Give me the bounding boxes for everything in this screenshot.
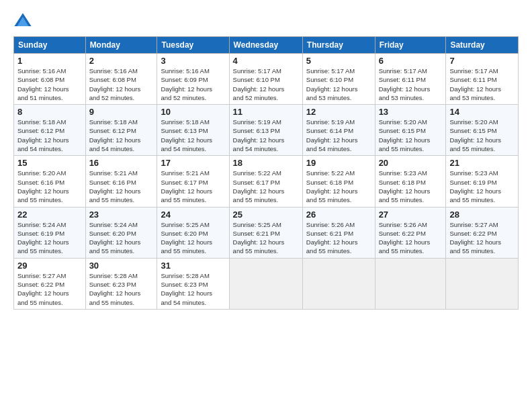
calendar-cell: 22Sunrise: 5:24 AM Sunset: 6:19 PM Dayli… [14, 207, 86, 258]
calendar-cell: 12Sunrise: 5:19 AM Sunset: 6:14 PM Dayli… [302, 105, 375, 156]
logo [13, 12, 34, 31]
day-number: 19 [306, 158, 371, 168]
logo-icon [13, 12, 32, 31]
calendar-cell: 11Sunrise: 5:19 AM Sunset: 6:13 PM Dayli… [229, 105, 302, 156]
calendar-cell: 8Sunrise: 5:18 AM Sunset: 6:12 PM Daylig… [14, 105, 86, 156]
calendar-cell: 29Sunrise: 5:27 AM Sunset: 6:22 PM Dayli… [14, 258, 86, 309]
calendar-cell [229, 258, 302, 309]
day-info: Sunrise: 5:17 AM Sunset: 6:11 PM Dayligh… [449, 66, 515, 102]
calendar-cell: 21Sunrise: 5:23 AM Sunset: 6:19 PM Dayli… [446, 156, 519, 207]
day-number: 16 [89, 158, 154, 168]
day-number: 12 [306, 107, 371, 117]
calendar-cell: 4Sunrise: 5:17 AM Sunset: 6:10 PM Daylig… [229, 54, 302, 105]
day-info: Sunrise: 5:19 AM Sunset: 6:14 PM Dayligh… [306, 118, 371, 153]
calendar-week-2: 8Sunrise: 5:18 AM Sunset: 6:12 PM Daylig… [14, 105, 519, 156]
calendar-header-sunday: Sunday [14, 37, 86, 54]
day-info: Sunrise: 5:17 AM Sunset: 6:11 PM Dayligh… [379, 66, 443, 102]
day-number: 20 [379, 158, 443, 168]
calendar-cell: 25Sunrise: 5:25 AM Sunset: 6:21 PM Dayli… [229, 207, 302, 258]
day-info: Sunrise: 5:20 AM Sunset: 6:15 PM Dayligh… [379, 118, 443, 153]
day-info: Sunrise: 5:27 AM Sunset: 6:22 PM Dayligh… [17, 271, 82, 307]
day-number: 2 [89, 56, 154, 66]
calendar-header-wednesday: Wednesday [229, 37, 302, 54]
day-info: Sunrise: 5:25 AM Sunset: 6:21 PM Dayligh… [233, 220, 299, 256]
calendar-header-thursday: Thursday [302, 37, 375, 54]
day-number: 25 [233, 210, 299, 220]
day-info: Sunrise: 5:28 AM Sunset: 6:23 PM Dayligh… [89, 271, 154, 307]
day-number: 29 [17, 261, 82, 271]
calendar-header-friday: Friday [375, 37, 446, 54]
calendar-cell: 1Sunrise: 5:16 AM Sunset: 6:08 PM Daylig… [14, 54, 86, 105]
calendar-table: SundayMondayTuesdayWednesdayThursdayFrid… [13, 36, 519, 310]
calendar-week-3: 15Sunrise: 5:20 AM Sunset: 6:16 PM Dayli… [14, 156, 519, 207]
day-info: Sunrise: 5:22 AM Sunset: 6:18 PM Dayligh… [306, 169, 371, 204]
day-number: 8 [17, 107, 82, 117]
day-number: 10 [161, 107, 225, 117]
calendar-week-5: 29Sunrise: 5:27 AM Sunset: 6:22 PM Dayli… [14, 258, 519, 309]
calendar-header-tuesday: Tuesday [157, 37, 229, 54]
calendar-cell: 31Sunrise: 5:28 AM Sunset: 6:23 PM Dayli… [157, 258, 229, 309]
day-info: Sunrise: 5:17 AM Sunset: 6:10 PM Dayligh… [233, 66, 299, 102]
day-info: Sunrise: 5:16 AM Sunset: 6:08 PM Dayligh… [17, 66, 82, 102]
day-info: Sunrise: 5:27 AM Sunset: 6:22 PM Dayligh… [449, 220, 515, 256]
day-info: Sunrise: 5:26 AM Sunset: 6:21 PM Dayligh… [306, 220, 371, 256]
calendar-cell: 28Sunrise: 5:27 AM Sunset: 6:22 PM Dayli… [446, 207, 519, 258]
day-number: 17 [161, 158, 225, 168]
calendar-header-saturday: Saturday [446, 37, 519, 54]
calendar-cell: 3Sunrise: 5:16 AM Sunset: 6:09 PM Daylig… [157, 54, 229, 105]
calendar-cell: 24Sunrise: 5:25 AM Sunset: 6:20 PM Dayli… [157, 207, 229, 258]
day-info: Sunrise: 5:16 AM Sunset: 6:09 PM Dayligh… [161, 66, 225, 102]
day-info: Sunrise: 5:20 AM Sunset: 6:15 PM Dayligh… [449, 118, 515, 153]
calendar-header-row: SundayMondayTuesdayWednesdayThursdayFrid… [14, 37, 519, 54]
calendar-cell: 9Sunrise: 5:18 AM Sunset: 6:12 PM Daylig… [85, 105, 157, 156]
day-info: Sunrise: 5:28 AM Sunset: 6:23 PM Dayligh… [161, 271, 225, 307]
day-number: 18 [233, 158, 299, 168]
day-number: 13 [379, 107, 443, 117]
calendar-cell: 30Sunrise: 5:28 AM Sunset: 6:23 PM Dayli… [85, 258, 157, 309]
day-number: 9 [89, 107, 154, 117]
day-number: 27 [379, 210, 443, 220]
day-info: Sunrise: 5:17 AM Sunset: 6:10 PM Dayligh… [306, 66, 371, 102]
day-number: 22 [17, 210, 82, 220]
day-info: Sunrise: 5:25 AM Sunset: 6:20 PM Dayligh… [161, 220, 225, 256]
day-info: Sunrise: 5:21 AM Sunset: 6:17 PM Dayligh… [161, 169, 225, 204]
calendar-cell: 20Sunrise: 5:23 AM Sunset: 6:18 PM Dayli… [375, 156, 446, 207]
day-info: Sunrise: 5:24 AM Sunset: 6:20 PM Dayligh… [89, 220, 154, 256]
day-info: Sunrise: 5:18 AM Sunset: 6:13 PM Dayligh… [161, 118, 225, 153]
calendar-cell: 16Sunrise: 5:21 AM Sunset: 6:16 PM Dayli… [85, 156, 157, 207]
day-info: Sunrise: 5:19 AM Sunset: 6:13 PM Dayligh… [233, 118, 299, 153]
day-number: 30 [89, 261, 154, 271]
day-number: 23 [89, 210, 154, 220]
calendar-week-1: 1Sunrise: 5:16 AM Sunset: 6:08 PM Daylig… [14, 54, 519, 105]
calendar-cell: 26Sunrise: 5:26 AM Sunset: 6:21 PM Dayli… [302, 207, 375, 258]
day-number: 31 [161, 261, 225, 271]
day-number: 21 [449, 158, 515, 168]
calendar-week-4: 22Sunrise: 5:24 AM Sunset: 6:19 PM Dayli… [14, 207, 519, 258]
calendar-cell [446, 258, 519, 309]
day-number: 1 [17, 56, 82, 66]
day-number: 7 [449, 56, 515, 66]
calendar-cell: 19Sunrise: 5:22 AM Sunset: 6:18 PM Dayli… [302, 156, 375, 207]
day-number: 26 [306, 210, 371, 220]
calendar-cell: 6Sunrise: 5:17 AM Sunset: 6:11 PM Daylig… [375, 54, 446, 105]
day-number: 5 [306, 56, 371, 66]
calendar-cell: 2Sunrise: 5:16 AM Sunset: 6:08 PM Daylig… [85, 54, 157, 105]
calendar-cell: 17Sunrise: 5:21 AM Sunset: 6:17 PM Dayli… [157, 156, 229, 207]
day-number: 6 [379, 56, 443, 66]
day-number: 14 [449, 107, 515, 117]
day-info: Sunrise: 5:21 AM Sunset: 6:16 PM Dayligh… [89, 169, 154, 204]
day-info: Sunrise: 5:23 AM Sunset: 6:19 PM Dayligh… [449, 169, 515, 204]
day-info: Sunrise: 5:20 AM Sunset: 6:16 PM Dayligh… [17, 169, 82, 204]
day-info: Sunrise: 5:18 AM Sunset: 6:12 PM Dayligh… [89, 118, 154, 153]
day-info: Sunrise: 5:26 AM Sunset: 6:22 PM Dayligh… [379, 220, 443, 256]
calendar-cell: 13Sunrise: 5:20 AM Sunset: 6:15 PM Dayli… [375, 105, 446, 156]
day-info: Sunrise: 5:23 AM Sunset: 6:18 PM Dayligh… [379, 169, 443, 204]
calendar-cell: 23Sunrise: 5:24 AM Sunset: 6:20 PM Dayli… [85, 207, 157, 258]
day-info: Sunrise: 5:24 AM Sunset: 6:19 PM Dayligh… [17, 220, 82, 256]
calendar-cell: 5Sunrise: 5:17 AM Sunset: 6:10 PM Daylig… [302, 54, 375, 105]
day-number: 3 [161, 56, 225, 66]
calendar-header-monday: Monday [85, 37, 157, 54]
calendar-cell [375, 258, 446, 309]
page: SundayMondayTuesdayWednesdayThursdayFrid… [0, 0, 532, 411]
day-number: 15 [17, 158, 82, 168]
